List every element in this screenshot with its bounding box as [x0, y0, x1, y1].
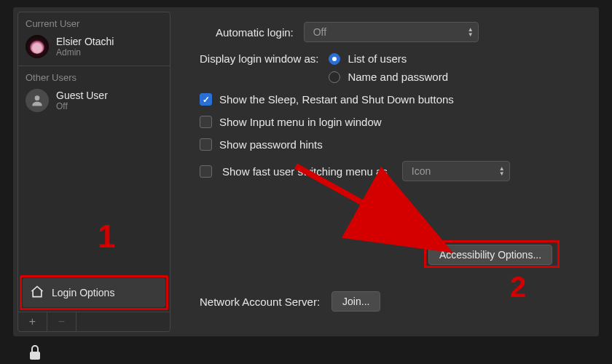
automatic-login-value: Off [313, 26, 326, 38]
checkbox-icon [200, 93, 212, 106]
display-login-row: Display login window as: List of users N… [200, 52, 584, 83]
join-button[interactable]: Join... [332, 291, 380, 312]
network-account-row: Network Account Server: Join... [200, 291, 380, 312]
fast-switch-popup[interactable]: Icon ▲▼ [402, 161, 510, 181]
accessibility-options-button[interactable]: Accessibility Options... [428, 245, 552, 265]
radio-list-of-users[interactable]: List of users [329, 52, 448, 65]
add-remove-toolbar: + − [18, 312, 170, 331]
accessibility-wrap: Accessibility Options... [428, 245, 552, 265]
avatar-generic-icon [26, 89, 49, 112]
automatic-login-popup[interactable]: Off ▲▼ [304, 22, 479, 42]
checkbox-icon [200, 165, 212, 178]
svg-point-0 [35, 95, 40, 100]
login-options-panel: Automatic login: Off ▲▼ Display login wi… [175, 7, 599, 336]
check-sleep-restart[interactable]: Show the Sleep, Restart and Shut Down bu… [200, 93, 584, 106]
check-fast-switch[interactable]: Show fast user switching menu as Icon ▲▼ [200, 161, 584, 181]
checkbox-icon [200, 138, 212, 151]
radio-name-password[interactable]: Name and password [329, 71, 448, 83]
current-user-name: Elsier Otachi [56, 36, 114, 48]
other-user-row[interactable]: Guest User Off [18, 86, 170, 119]
login-options-label: Login Options [52, 287, 114, 298]
other-user-name: Guest User [56, 90, 108, 102]
check-input-menu[interactable]: Show Input menu in login window [200, 116, 584, 128]
automatic-login-row: Automatic login: Off ▲▼ [216, 22, 584, 42]
checkbox-icon [200, 116, 212, 128]
users-groups-window: Current User Elsier Otachi Admin Other U… [13, 7, 599, 336]
check-password-hints[interactable]: Show password hints [200, 138, 584, 151]
automatic-login-label: Automatic login: [216, 26, 294, 39]
current-user-row[interactable]: Elsier Otachi Admin [18, 32, 170, 66]
current-user-role: Admin [56, 47, 114, 58]
current-user-header: Current User [18, 12, 170, 32]
users-sidebar: Current User Elsier Otachi Admin Other U… [17, 12, 170, 332]
remove-user-button: − [47, 312, 76, 331]
radio-icon [329, 71, 340, 83]
home-icon [30, 285, 44, 301]
network-account-label: Network Account Server: [200, 296, 320, 308]
other-users-header: Other Users [18, 66, 170, 86]
other-user-status: Off [56, 101, 108, 111]
svg-rect-3 [30, 352, 40, 360]
login-options-button[interactable]: Login Options [23, 278, 165, 307]
chevron-up-down-icon: ▲▼ [468, 27, 474, 37]
login-checks: Show the Sleep, Restart and Shut Down bu… [200, 93, 584, 181]
radio-icon [329, 53, 340, 65]
chevron-up-down-icon: ▲▼ [499, 166, 505, 176]
display-login-label: Display login window as: [200, 52, 318, 65]
add-user-button[interactable]: + [18, 312, 47, 331]
lock-icon[interactable] [28, 344, 42, 364]
display-login-radio-group: List of users Name and password [329, 52, 448, 83]
avatar-flower-icon [26, 35, 49, 58]
